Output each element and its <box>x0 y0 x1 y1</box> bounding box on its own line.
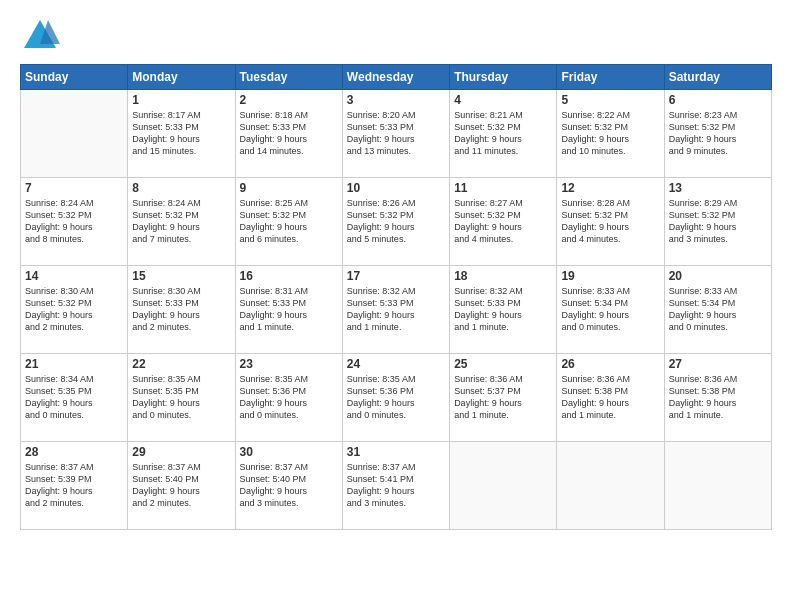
day-number: 27 <box>669 357 767 371</box>
day-number: 15 <box>132 269 230 283</box>
day-number: 19 <box>561 269 659 283</box>
day-info: Sunrise: 8:37 AM Sunset: 5:39 PM Dayligh… <box>25 461 123 510</box>
day-info: Sunrise: 8:31 AM Sunset: 5:33 PM Dayligh… <box>240 285 338 334</box>
day-info: Sunrise: 8:37 AM Sunset: 5:40 PM Dayligh… <box>132 461 230 510</box>
calendar-cell: 8Sunrise: 8:24 AM Sunset: 5:32 PM Daylig… <box>128 178 235 266</box>
weekday-header-row: SundayMondayTuesdayWednesdayThursdayFrid… <box>21 65 772 90</box>
day-number: 2 <box>240 93 338 107</box>
calendar-cell: 5Sunrise: 8:22 AM Sunset: 5:32 PM Daylig… <box>557 90 664 178</box>
day-info: Sunrise: 8:28 AM Sunset: 5:32 PM Dayligh… <box>561 197 659 246</box>
week-row-5: 28Sunrise: 8:37 AM Sunset: 5:39 PM Dayli… <box>21 442 772 530</box>
week-row-4: 21Sunrise: 8:34 AM Sunset: 5:35 PM Dayli… <box>21 354 772 442</box>
day-info: Sunrise: 8:24 AM Sunset: 5:32 PM Dayligh… <box>25 197 123 246</box>
calendar-cell: 19Sunrise: 8:33 AM Sunset: 5:34 PM Dayli… <box>557 266 664 354</box>
week-row-3: 14Sunrise: 8:30 AM Sunset: 5:32 PM Dayli… <box>21 266 772 354</box>
logo-icon <box>20 16 60 56</box>
calendar-cell: 23Sunrise: 8:35 AM Sunset: 5:36 PM Dayli… <box>235 354 342 442</box>
day-info: Sunrise: 8:22 AM Sunset: 5:32 PM Dayligh… <box>561 109 659 158</box>
day-info: Sunrise: 8:33 AM Sunset: 5:34 PM Dayligh… <box>669 285 767 334</box>
day-number: 12 <box>561 181 659 195</box>
calendar-cell: 17Sunrise: 8:32 AM Sunset: 5:33 PM Dayli… <box>342 266 449 354</box>
day-info: Sunrise: 8:37 AM Sunset: 5:40 PM Dayligh… <box>240 461 338 510</box>
calendar-cell: 1Sunrise: 8:17 AM Sunset: 5:33 PM Daylig… <box>128 90 235 178</box>
calendar-cell: 7Sunrise: 8:24 AM Sunset: 5:32 PM Daylig… <box>21 178 128 266</box>
weekday-header-sunday: Sunday <box>21 65 128 90</box>
day-info: Sunrise: 8:18 AM Sunset: 5:33 PM Dayligh… <box>240 109 338 158</box>
calendar-cell: 20Sunrise: 8:33 AM Sunset: 5:34 PM Dayli… <box>664 266 771 354</box>
day-number: 28 <box>25 445 123 459</box>
day-number: 13 <box>669 181 767 195</box>
day-number: 23 <box>240 357 338 371</box>
calendar-cell: 16Sunrise: 8:31 AM Sunset: 5:33 PM Dayli… <box>235 266 342 354</box>
day-number: 3 <box>347 93 445 107</box>
day-number: 18 <box>454 269 552 283</box>
day-number: 10 <box>347 181 445 195</box>
day-info: Sunrise: 8:23 AM Sunset: 5:32 PM Dayligh… <box>669 109 767 158</box>
calendar-cell: 22Sunrise: 8:35 AM Sunset: 5:35 PM Dayli… <box>128 354 235 442</box>
weekday-header-friday: Friday <box>557 65 664 90</box>
day-number: 9 <box>240 181 338 195</box>
day-info: Sunrise: 8:33 AM Sunset: 5:34 PM Dayligh… <box>561 285 659 334</box>
day-info: Sunrise: 8:32 AM Sunset: 5:33 PM Dayligh… <box>347 285 445 334</box>
day-number: 26 <box>561 357 659 371</box>
calendar-cell: 25Sunrise: 8:36 AM Sunset: 5:37 PM Dayli… <box>450 354 557 442</box>
calendar-cell: 12Sunrise: 8:28 AM Sunset: 5:32 PM Dayli… <box>557 178 664 266</box>
logo <box>20 16 60 56</box>
day-number: 17 <box>347 269 445 283</box>
calendar-cell: 6Sunrise: 8:23 AM Sunset: 5:32 PM Daylig… <box>664 90 771 178</box>
calendar-cell: 24Sunrise: 8:35 AM Sunset: 5:36 PM Dayli… <box>342 354 449 442</box>
day-number: 22 <box>132 357 230 371</box>
day-number: 6 <box>669 93 767 107</box>
day-info: Sunrise: 8:35 AM Sunset: 5:36 PM Dayligh… <box>347 373 445 422</box>
day-number: 14 <box>25 269 123 283</box>
day-info: Sunrise: 8:25 AM Sunset: 5:32 PM Dayligh… <box>240 197 338 246</box>
calendar-cell: 13Sunrise: 8:29 AM Sunset: 5:32 PM Dayli… <box>664 178 771 266</box>
weekday-header-saturday: Saturday <box>664 65 771 90</box>
day-number: 31 <box>347 445 445 459</box>
calendar-cell: 10Sunrise: 8:26 AM Sunset: 5:32 PM Dayli… <box>342 178 449 266</box>
day-number: 30 <box>240 445 338 459</box>
day-info: Sunrise: 8:30 AM Sunset: 5:33 PM Dayligh… <box>132 285 230 334</box>
calendar-cell: 4Sunrise: 8:21 AM Sunset: 5:32 PM Daylig… <box>450 90 557 178</box>
day-number: 29 <box>132 445 230 459</box>
calendar-cell: 21Sunrise: 8:34 AM Sunset: 5:35 PM Dayli… <box>21 354 128 442</box>
calendar-cell: 18Sunrise: 8:32 AM Sunset: 5:33 PM Dayli… <box>450 266 557 354</box>
day-number: 16 <box>240 269 338 283</box>
week-row-2: 7Sunrise: 8:24 AM Sunset: 5:32 PM Daylig… <box>21 178 772 266</box>
day-number: 5 <box>561 93 659 107</box>
day-number: 8 <box>132 181 230 195</box>
day-info: Sunrise: 8:21 AM Sunset: 5:32 PM Dayligh… <box>454 109 552 158</box>
day-number: 25 <box>454 357 552 371</box>
day-info: Sunrise: 8:32 AM Sunset: 5:33 PM Dayligh… <box>454 285 552 334</box>
week-row-1: 1Sunrise: 8:17 AM Sunset: 5:33 PM Daylig… <box>21 90 772 178</box>
calendar-cell: 9Sunrise: 8:25 AM Sunset: 5:32 PM Daylig… <box>235 178 342 266</box>
calendar-cell <box>21 90 128 178</box>
calendar-cell: 27Sunrise: 8:36 AM Sunset: 5:38 PM Dayli… <box>664 354 771 442</box>
calendar-cell: 15Sunrise: 8:30 AM Sunset: 5:33 PM Dayli… <box>128 266 235 354</box>
calendar-cell: 11Sunrise: 8:27 AM Sunset: 5:32 PM Dayli… <box>450 178 557 266</box>
day-number: 4 <box>454 93 552 107</box>
calendar-cell: 2Sunrise: 8:18 AM Sunset: 5:33 PM Daylig… <box>235 90 342 178</box>
calendar-cell: 28Sunrise: 8:37 AM Sunset: 5:39 PM Dayli… <box>21 442 128 530</box>
day-info: Sunrise: 8:29 AM Sunset: 5:32 PM Dayligh… <box>669 197 767 246</box>
calendar-cell: 30Sunrise: 8:37 AM Sunset: 5:40 PM Dayli… <box>235 442 342 530</box>
day-info: Sunrise: 8:36 AM Sunset: 5:38 PM Dayligh… <box>669 373 767 422</box>
day-info: Sunrise: 8:26 AM Sunset: 5:32 PM Dayligh… <box>347 197 445 246</box>
day-info: Sunrise: 8:34 AM Sunset: 5:35 PM Dayligh… <box>25 373 123 422</box>
day-info: Sunrise: 8:17 AM Sunset: 5:33 PM Dayligh… <box>132 109 230 158</box>
day-info: Sunrise: 8:37 AM Sunset: 5:41 PM Dayligh… <box>347 461 445 510</box>
day-number: 20 <box>669 269 767 283</box>
weekday-header-wednesday: Wednesday <box>342 65 449 90</box>
day-info: Sunrise: 8:30 AM Sunset: 5:32 PM Dayligh… <box>25 285 123 334</box>
calendar-cell <box>450 442 557 530</box>
day-info: Sunrise: 8:36 AM Sunset: 5:38 PM Dayligh… <box>561 373 659 422</box>
calendar-cell <box>664 442 771 530</box>
weekday-header-thursday: Thursday <box>450 65 557 90</box>
calendar-cell <box>557 442 664 530</box>
calendar-cell: 31Sunrise: 8:37 AM Sunset: 5:41 PM Dayli… <box>342 442 449 530</box>
calendar-cell: 14Sunrise: 8:30 AM Sunset: 5:32 PM Dayli… <box>21 266 128 354</box>
day-number: 1 <box>132 93 230 107</box>
day-info: Sunrise: 8:35 AM Sunset: 5:35 PM Dayligh… <box>132 373 230 422</box>
calendar-cell: 26Sunrise: 8:36 AM Sunset: 5:38 PM Dayli… <box>557 354 664 442</box>
day-number: 24 <box>347 357 445 371</box>
